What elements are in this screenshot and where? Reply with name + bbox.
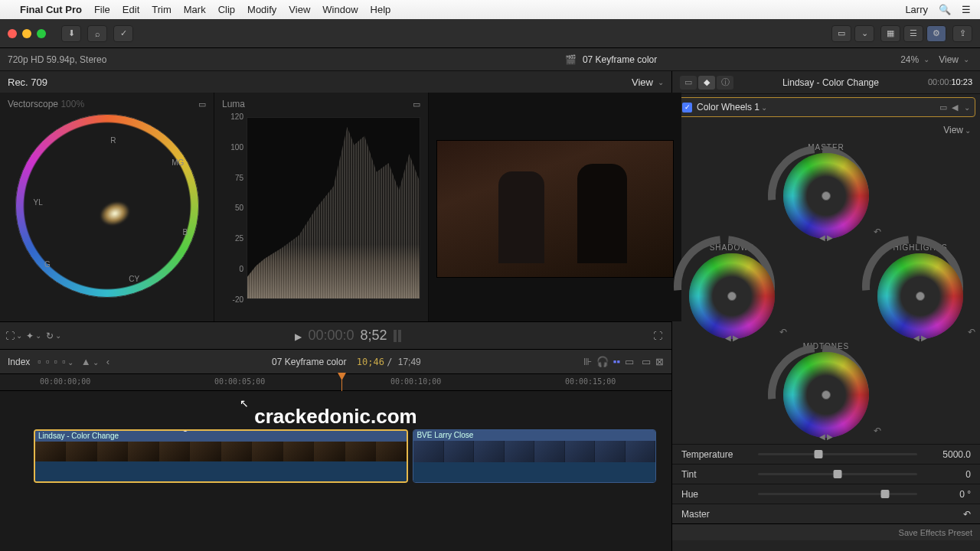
info-inspector-tab[interactable]: ⓘ bbox=[717, 76, 733, 90]
transport-bar: ⛶ ✦ ↻ 00:00:08;52 ⛶ bbox=[0, 322, 671, 350]
macos-menubar: Final Cut Pro File Edit Trim Mark Clip M… bbox=[0, 0, 980, 19]
inspector-title: Lindsay - Color Change bbox=[740, 77, 922, 88]
reset-icon[interactable]: ↶ bbox=[963, 509, 971, 520]
connect-clip-button[interactable]: ▫ bbox=[38, 356, 41, 367]
effect-selector[interactable]: ✓ Color Wheels 1 ▭ ◀ bbox=[677, 97, 975, 117]
timeline-ruler[interactable]: 00:00:00;00 00:00:05;00 00:00:10;00 00:0… bbox=[0, 374, 671, 391]
viewer-header: 720p HD 59.94p, Stereo 🎬 07 Keyframe col… bbox=[0, 48, 980, 71]
video-inspector-tab[interactable]: ▭ bbox=[680, 76, 697, 90]
tl-layout-button[interactable]: ▭ bbox=[642, 356, 651, 367]
user-name[interactable]: Larry bbox=[905, 4, 928, 15]
maximize-button[interactable] bbox=[37, 29, 46, 38]
menu-clip[interactable]: Clip bbox=[218, 4, 235, 15]
timeline-clip[interactable]: Lindsay - Color Change bbox=[34, 429, 408, 483]
scope-settings-icon[interactable]: ▭ bbox=[198, 99, 206, 109]
enhance-tool[interactable]: ✦ bbox=[28, 331, 40, 341]
effect-enable-checkbox[interactable]: ✓ bbox=[682, 103, 692, 112]
index-button[interactable]: Index bbox=[8, 357, 30, 367]
effect-name[interactable]: Color Wheels 1 bbox=[697, 102, 767, 112]
solo-button[interactable]: ▪▪ bbox=[613, 356, 620, 367]
zoom-dropdown[interactable]: 24% bbox=[900, 54, 929, 65]
preview-frame bbox=[436, 140, 674, 278]
scope-settings-icon[interactable]: ▭ bbox=[413, 99, 420, 109]
format-label: 720p HD 59.94p, Stereo bbox=[8, 54, 106, 65]
timeline-title: 07 Keyframe color bbox=[272, 357, 346, 367]
app-name[interactable]: Final Cut Pro bbox=[20, 4, 82, 15]
reset-icon[interactable]: ↶ bbox=[874, 425, 881, 436]
reset-icon[interactable]: ↶ bbox=[874, 227, 881, 237]
background-tasks-button[interactable]: ✓ bbox=[113, 25, 133, 42]
menu-modify[interactable]: Modify bbox=[247, 4, 276, 15]
menu-view[interactable]: View bbox=[289, 4, 310, 15]
import-button[interactable]: ⬇ bbox=[61, 25, 81, 42]
transform-tool[interactable]: ⛶ bbox=[8, 331, 20, 341]
inspector-view-dropdown[interactable]: View bbox=[943, 125, 971, 135]
insert-clip-button[interactable]: ▫ bbox=[46, 356, 50, 367]
play-button[interactable] bbox=[295, 328, 302, 344]
reset-icon[interactable]: ↶ bbox=[779, 327, 787, 337]
fullscreen-button[interactable]: ⛶ bbox=[652, 331, 664, 341]
minimize-button[interactable] bbox=[22, 29, 31, 38]
effect-menu-icon[interactable] bbox=[962, 103, 970, 112]
reset-icon[interactable]: ↶ bbox=[968, 327, 975, 337]
menu-mark[interactable]: Mark bbox=[184, 4, 206, 15]
browser-layout-button[interactable]: ▭ bbox=[831, 25, 851, 42]
timeline[interactable]: ↖ crackedonic.com Lindsay - Color Change… bbox=[0, 391, 671, 551]
clip-label: BVE Larry Close bbox=[413, 430, 655, 441]
browser-layout-dropdown[interactable]: ⌄ bbox=[854, 25, 874, 42]
snap-button[interactable]: ▭ bbox=[625, 356, 634, 367]
clip-name: 07 Keyframe color bbox=[583, 54, 657, 65]
menu-window[interactable]: Window bbox=[322, 4, 358, 15]
color-inspector-tab[interactable]: ◆ bbox=[698, 76, 715, 90]
audio-skim-button[interactable]: 🎧 bbox=[596, 356, 609, 367]
master-section[interactable]: Master↶ bbox=[672, 504, 980, 523]
back-button[interactable]: ‹ bbox=[106, 356, 109, 367]
shadows-color-wheel[interactable]: SHADOWS ↶ ◀ ▶ bbox=[681, 243, 782, 339]
luma-waveform[interactable]: 120 100 75 50 25 0 -20 bbox=[222, 112, 420, 304]
timeline-toolbar: Index ▫ ▫ ▫ ▫ ▲ ‹ 07 Keyframe color 10;4… bbox=[0, 350, 671, 374]
clip-appearance-list[interactable]: ☰ bbox=[903, 25, 923, 42]
menu-help[interactable]: Help bbox=[371, 4, 391, 15]
inspector-toggle[interactable]: ⚙ bbox=[926, 25, 946, 42]
slider-tint[interactable]: Tint0 bbox=[672, 464, 980, 484]
save-preset-button[interactable]: Save Effects Preset bbox=[899, 528, 972, 537]
watermark-text: crackedonic.com bbox=[0, 405, 671, 429]
mask-icon[interactable]: ▭ bbox=[939, 103, 947, 112]
highlights-color-wheel[interactable]: HIGHLIGHTS ↶ ◀ ▶ bbox=[870, 243, 971, 339]
retime-tool[interactable]: ↻ bbox=[47, 331, 60, 341]
scope-header: Rec. 709 View bbox=[0, 71, 671, 93]
view-dropdown[interactable]: View bbox=[939, 54, 969, 65]
menu-file[interactable]: File bbox=[94, 4, 110, 15]
select-tool[interactable]: ▲ bbox=[81, 356, 99, 367]
prev-keyframe-icon[interactable]: ◀ bbox=[952, 103, 958, 112]
luma-title: Luma bbox=[222, 99, 245, 109]
clip-appearance-grid[interactable]: ▦ bbox=[880, 25, 900, 42]
menu-edit[interactable]: Edit bbox=[122, 4, 139, 15]
slider-temperature[interactable]: Temperature5000.0 bbox=[672, 444, 980, 464]
inspector: ▭ ◆ ⓘ Lindsay - Color Change 00:00:10:23… bbox=[672, 71, 980, 551]
window-controls bbox=[8, 29, 46, 38]
master-color-wheel[interactable]: ↶ ◀ ▶ bbox=[776, 153, 877, 239]
timecode-value: 8;52 bbox=[361, 328, 387, 344]
skimming-button[interactable]: ⊪ bbox=[583, 356, 592, 367]
scopes-row: Vectorscope 100% ▭ R MG B CY G YL Lum bbox=[0, 93, 671, 322]
midtones-color-wheel[interactable]: ↶ ◀ ▶ bbox=[776, 352, 877, 438]
control-center-icon[interactable]: ☰ bbox=[962, 4, 971, 15]
menu-trim[interactable]: Trim bbox=[152, 4, 172, 15]
slider-hue[interactable]: Hue0 ° bbox=[672, 484, 980, 504]
preview-viewer[interactable] bbox=[429, 93, 681, 321]
vectorscope[interactable]: R MG B CY G YL bbox=[15, 114, 199, 298]
share-button[interactable]: ⇪ bbox=[952, 25, 972, 42]
luma-panel: Luma ▭ 120 100 75 50 25 0 -20 bbox=[214, 93, 429, 321]
keyword-button[interactable]: ⌕ bbox=[87, 25, 107, 42]
timeline-pos: 10;46 bbox=[357, 357, 384, 367]
close-button[interactable] bbox=[8, 29, 17, 38]
tl-layout-2-button[interactable]: ⊠ bbox=[655, 356, 664, 367]
scope-view-dropdown[interactable]: View bbox=[632, 77, 664, 88]
append-clip-button[interactable]: ▫ bbox=[54, 356, 58, 367]
timeline-clip[interactable]: BVE Larry Close bbox=[413, 429, 656, 483]
clip-label: Lindsay - Color Change bbox=[35, 431, 407, 442]
spotlight-icon[interactable]: 🔍 bbox=[939, 4, 951, 15]
vectorscope-panel: Vectorscope 100% ▭ R MG B CY G YL bbox=[0, 93, 214, 321]
overwrite-clip-button[interactable]: ▫ bbox=[62, 356, 74, 367]
